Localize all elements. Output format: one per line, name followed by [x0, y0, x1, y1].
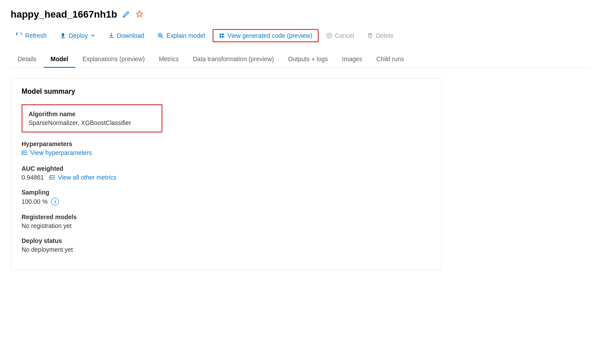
sampling-field: Sampling 100.00 % i — [22, 189, 431, 206]
card-title: Model summary — [22, 88, 431, 96]
auc-label: AUC weighted — [22, 165, 431, 172]
download-button[interactable]: Download — [103, 29, 150, 42]
registered-models-label: Registered models — [22, 213, 431, 221]
tab-images[interactable]: Images — [335, 51, 369, 68]
sampling-value: 100.00 % — [22, 198, 48, 205]
favorite-button[interactable] — [135, 10, 144, 19]
svg-rect-8 — [368, 34, 373, 34]
tab-model[interactable]: Model — [44, 51, 75, 68]
refresh-icon — [16, 33, 22, 39]
page-title: happy_head_1667nh1b — [11, 9, 117, 20]
view-code-label: View generated code (preview) — [228, 32, 312, 39]
tabs-bar: Details Model Explanations (preview) Met… — [11, 51, 588, 68]
tab-outputs-logs[interactable]: Outputs + logs — [281, 51, 335, 68]
search-plus-icon — [158, 33, 164, 39]
refresh-button[interactable]: Refresh — [11, 29, 52, 42]
edit-title-button[interactable] — [121, 10, 130, 19]
deploy-label: Deploy — [69, 32, 88, 39]
deploy-status-value: No deployment yet — [22, 246, 431, 253]
download-label: Download — [117, 32, 144, 39]
tab-child-runs[interactable]: Child runs — [369, 51, 411, 68]
view-hyperparameters-label: View hyperparameters — [30, 149, 92, 156]
hyperparameters-label: Hyperparameters — [22, 140, 431, 147]
model-summary-card: Model summary Algorithm name SparseNorma… — [11, 78, 442, 270]
algorithm-name-value: SparseNormalizer, XGBoostClassifier — [29, 119, 155, 126]
deploy-button[interactable]: Deploy — [54, 29, 101, 42]
sampling-info-icon[interactable]: i — [51, 198, 59, 206]
auc-row: 0.94861 View all other metrics — [22, 174, 431, 181]
view-code-button[interactable]: View generated code (preview) — [213, 29, 319, 42]
cancel-label: Cancel — [335, 32, 354, 39]
view-metrics-button[interactable]: View all other metrics — [49, 174, 117, 181]
deploy-status-field: Deploy status No deployment yet — [22, 237, 431, 253]
tab-details[interactable]: Details — [11, 51, 44, 68]
title-row: happy_head_1667nh1b — [11, 9, 588, 20]
sampling-label: Sampling — [22, 189, 431, 196]
deploy-status-label: Deploy status — [22, 237, 431, 244]
deploy-icon — [60, 33, 66, 39]
download-icon — [108, 33, 114, 39]
pencil-icon — [122, 11, 129, 18]
tab-metrics[interactable]: Metrics — [152, 51, 186, 68]
tab-data-transformation[interactable]: Data transformation (preview) — [186, 51, 281, 68]
list-icon — [22, 150, 28, 156]
svg-marker-0 — [61, 33, 65, 37]
delete-button[interactable]: Delete — [361, 29, 399, 42]
svg-rect-9 — [369, 34, 372, 38]
svg-line-4 — [223, 33, 223, 38]
view-metrics-label: View all other metrics — [58, 174, 117, 181]
delete-label: Delete — [376, 32, 393, 39]
registered-models-value: No registration yet — [22, 222, 431, 229]
explain-model-label: Explain model — [166, 32, 205, 39]
tab-explanations[interactable]: Explanations (preview) — [75, 51, 152, 68]
sampling-row: 100.00 % i — [22, 198, 431, 206]
cancel-button[interactable]: Cancel — [320, 29, 360, 42]
deploy-chevron-icon — [91, 33, 95, 38]
hash-icon — [219, 33, 225, 39]
auc-value: 0.94861 — [22, 174, 44, 181]
toolbar: Refresh Deploy Download Explai — [11, 29, 588, 42]
auc-field: AUC weighted 0.94861 View all other metr… — [22, 165, 431, 181]
star-icon — [136, 11, 143, 18]
algorithm-name-label: Algorithm name — [29, 110, 155, 118]
delete-icon — [367, 33, 373, 39]
explain-model-button[interactable]: Explain model — [152, 29, 211, 42]
algorithm-name-field: Algorithm name SparseNormalizer, XGBoost… — [22, 104, 162, 132]
registered-models-field: Registered models No registration yet — [22, 213, 431, 229]
view-hyperparameters-button[interactable]: View hyperparameters — [22, 149, 92, 156]
svg-line-3 — [220, 33, 220, 38]
cancel-icon — [326, 33, 332, 39]
metrics-list-icon — [49, 174, 55, 180]
hyperparameters-field: Hyperparameters View hyperparameters — [22, 140, 431, 157]
svg-rect-1 — [61, 37, 65, 38]
refresh-label: Refresh — [25, 32, 47, 39]
